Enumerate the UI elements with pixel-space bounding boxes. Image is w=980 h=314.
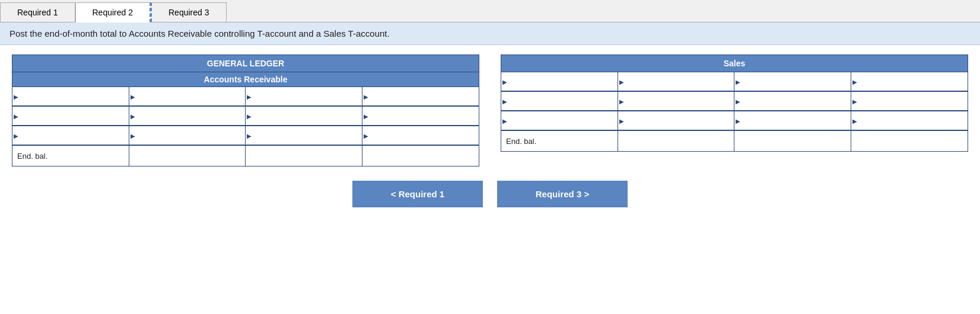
ar-r2-c4[interactable] <box>362 107 479 126</box>
sales-r1-c4-input[interactable] <box>851 72 968 91</box>
sales-r3-c1-input[interactable] <box>501 111 618 130</box>
sales-r1-c2[interactable] <box>618 72 735 91</box>
sales-end-bal-c4[interactable] <box>851 131 968 151</box>
ar-r1-c2[interactable] <box>129 87 246 106</box>
sales-r1-c2-input[interactable] <box>618 72 734 91</box>
accounts-receivable-t-account: GENERAL LEDGER Accounts Receivable <box>12 55 479 166</box>
sales-r3-c3-input[interactable] <box>734 111 851 130</box>
sales-row-2 <box>501 91 968 111</box>
ar-r1-c3[interactable] <box>246 87 362 106</box>
ar-end-bal-row: End. bal. <box>12 145 479 166</box>
sales-r2-c1[interactable] <box>501 92 618 111</box>
ar-end-bal-c4[interactable] <box>362 146 479 166</box>
sales-r2-c4-input[interactable] <box>851 92 968 110</box>
sales-r1-c3-input[interactable] <box>734 72 851 91</box>
tabs-bar: Required 1 Required 2 Required 3 <box>0 0 980 23</box>
main-content: GENERAL LEDGER Accounts Receivable <box>0 45 980 219</box>
ar-r3-c2[interactable] <box>129 126 246 145</box>
ar-r3-c2-input[interactable] <box>129 126 246 145</box>
t-accounts-container: GENERAL LEDGER Accounts Receivable <box>12 55 968 166</box>
nav-buttons: < Required 1 Required 3 > <box>12 181 968 207</box>
ar-r1-c4-input[interactable] <box>362 87 479 105</box>
ar-row-2 <box>12 106 479 126</box>
ar-end-bal-c4-input[interactable] <box>362 146 479 166</box>
ar-row-3 <box>12 126 479 145</box>
tab-required3[interactable]: Required 3 <box>151 2 227 22</box>
ar-r2-c2[interactable] <box>129 107 246 126</box>
sales-r2-c3[interactable] <box>734 92 851 111</box>
next-button[interactable]: Required 3 > <box>497 181 628 207</box>
ar-r1-c1-input[interactable] <box>12 87 129 105</box>
ar-r2-c1-input[interactable] <box>12 107 129 125</box>
general-ledger-header: GENERAL LEDGER <box>12 55 479 72</box>
accounts-receivable-subheader: Accounts Receivable <box>12 72 479 86</box>
sales-r1-c1-input[interactable] <box>501 72 618 91</box>
ar-r1-c4[interactable] <box>362 87 479 106</box>
sales-r3-c1[interactable] <box>501 111 618 130</box>
sales-r2-c4[interactable] <box>851 92 968 111</box>
ar-r2-c4-input[interactable] <box>362 107 479 125</box>
ar-r3-c4[interactable] <box>362 126 479 145</box>
sales-end-bal-c3-input[interactable] <box>734 131 851 151</box>
ar-end-bal-c3-input[interactable] <box>246 146 362 166</box>
ar-r3-c1-input[interactable] <box>12 126 129 145</box>
ar-row-1 <box>12 86 479 106</box>
ar-end-bal-c3[interactable] <box>246 146 362 166</box>
tab-required1[interactable]: Required 1 <box>0 2 75 22</box>
sales-end-bal-label: End. bal. <box>501 131 618 151</box>
ar-r3-c1[interactable] <box>12 126 129 145</box>
sales-row-3 <box>501 111 968 130</box>
ar-end-bal-c2-input[interactable] <box>129 146 246 166</box>
sales-r1-c1[interactable] <box>501 72 618 91</box>
sales-r3-c4[interactable] <box>851 111 968 130</box>
ar-r1-c3-input[interactable] <box>246 87 362 105</box>
sales-r2-c3-input[interactable] <box>734 92 851 110</box>
ar-r2-c1[interactable] <box>12 107 129 126</box>
sales-r1-c4[interactable] <box>851 72 968 91</box>
ar-r2-c3[interactable] <box>246 107 362 126</box>
sales-r3-c4-input[interactable] <box>851 111 968 130</box>
ar-r3-c3[interactable] <box>246 126 362 145</box>
sales-r2-c2-input[interactable] <box>618 92 734 110</box>
sales-r1-c3[interactable] <box>734 72 851 91</box>
ar-r1-c1[interactable] <box>12 87 129 106</box>
ar-r2-c2-input[interactable] <box>129 107 246 125</box>
prev-button[interactable]: < Required 1 <box>352 181 483 207</box>
sales-r3-c3[interactable] <box>734 111 851 130</box>
sales-r3-c2-input[interactable] <box>618 111 734 130</box>
instruction-bar: Post the end-of-month total to Accounts … <box>0 23 980 45</box>
ar-end-bal-label: End. bal. <box>12 146 129 166</box>
ar-r3-c4-input[interactable] <box>362 126 479 145</box>
sales-end-bal-row: End. bal. <box>501 130 968 151</box>
sales-end-bal-c4-input[interactable] <box>851 131 968 151</box>
ar-end-bal-c2[interactable] <box>129 146 246 166</box>
sales-t-account: Sales <box>501 55 968 152</box>
ar-r1-c2-input[interactable] <box>129 87 246 105</box>
sales-row-1 <box>501 72 968 91</box>
sales-r3-c2[interactable] <box>618 111 735 130</box>
sales-end-bal-c2-input[interactable] <box>618 131 734 151</box>
ar-r3-c3-input[interactable] <box>246 126 362 145</box>
ar-r2-c3-input[interactable] <box>246 107 362 125</box>
sales-header: Sales <box>501 55 968 72</box>
tab-required2[interactable]: Required 2 <box>75 2 151 23</box>
sales-end-bal-c2[interactable] <box>618 131 735 151</box>
sales-end-bal-c3[interactable] <box>734 131 851 151</box>
sales-r2-c1-input[interactable] <box>501 92 618 110</box>
sales-r2-c2[interactable] <box>618 92 735 111</box>
